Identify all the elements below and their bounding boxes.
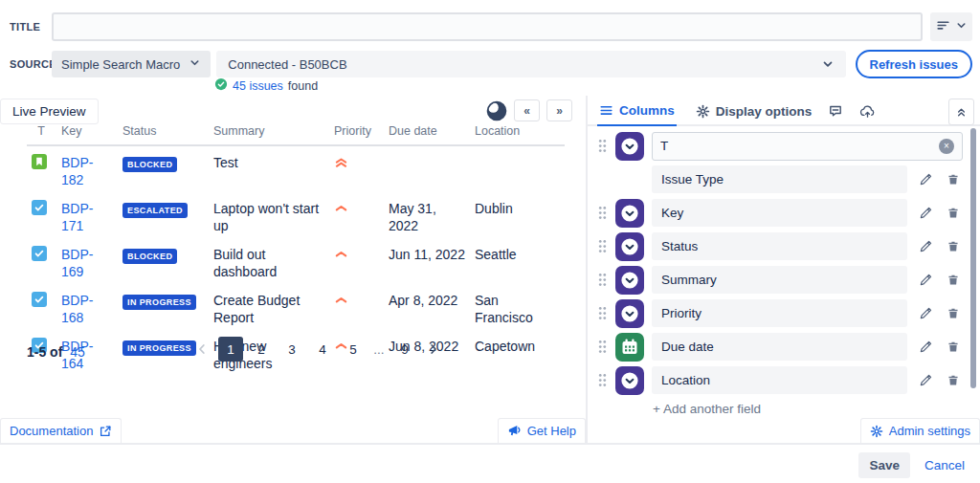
issue-key-link[interactable]: BDP-169 [61, 246, 122, 280]
preview-row: BDP-182BLOCKEDTest [27, 146, 565, 192]
due-date-cell: May 31, 2022 [389, 200, 475, 234]
save-button[interactable]: Save [858, 452, 910, 478]
tab-columns[interactable]: Columns [597, 96, 677, 126]
delete-trash-icon[interactable] [944, 306, 963, 320]
collapse-left-button[interactable]: « [514, 99, 540, 121]
drag-handle-icon[interactable] [597, 339, 609, 355]
status-cell: BLOCKED [122, 154, 213, 172]
issues-found-suffix: found [288, 79, 318, 93]
get-help-label: Get Help [527, 424, 576, 438]
task-icon [32, 246, 47, 261]
pager-page-button[interactable]: 5 [341, 337, 366, 362]
settings-tabs: Columns Display options [588, 96, 980, 126]
column-header: Status [122, 124, 213, 138]
total-count-link[interactable]: 45 [70, 344, 85, 360]
delete-trash-icon[interactable] [944, 206, 963, 220]
due-date-cell: Jun 11, 2022 [389, 246, 475, 263]
add-another-field-button[interactable]: + Add another field [653, 402, 761, 416]
edit-pencil-icon[interactable] [916, 239, 935, 253]
field-label-box: Priority [652, 299, 907, 327]
source-label: SOURCE [10, 58, 52, 70]
status-badge: BLOCKED [122, 157, 177, 172]
issues-count-link[interactable]: 45 issues [233, 79, 283, 93]
due-date-cell: Apr 8, 2022 [389, 292, 475, 309]
field-label-box: Summary [652, 266, 907, 294]
status-badge: IN PROGRESS [122, 295, 196, 310]
title-input[interactable] [52, 12, 923, 41]
delete-trash-icon[interactable] [944, 239, 963, 253]
delete-trash-icon[interactable] [944, 340, 963, 354]
clear-icon[interactable]: × [939, 139, 954, 154]
edit-pencil-icon[interactable] [916, 306, 935, 320]
refresh-issues-button[interactable]: Refresh issues [856, 50, 973, 78]
success-check-icon [214, 77, 228, 94]
drag-handle-icon[interactable] [597, 238, 609, 254]
cancel-button[interactable]: Cancel [924, 458, 965, 472]
edit-pencil-icon[interactable] [916, 273, 935, 287]
field-name-input[interactable] [653, 139, 939, 153]
pager-next-button[interactable] [423, 337, 444, 362]
status-badge: IN PROGRESS [122, 340, 196, 356]
issue-key-link[interactable]: BDP-182 [61, 154, 122, 188]
dropdown-field-icon [615, 266, 644, 295]
tab-live-preview[interactable]: Live Preview [0, 99, 99, 124]
status-cell: BLOCKED [122, 246, 213, 264]
get-help-link[interactable]: Get Help [498, 418, 586, 443]
cloud-upload-icon[interactable] [859, 104, 876, 119]
preview-tools: « » [486, 99, 572, 121]
location-cell: Capetown [475, 338, 565, 355]
drag-handle-icon[interactable] [597, 138, 609, 154]
range-text: 1-5 of [27, 344, 62, 360]
field-row: Due date [597, 333, 963, 361]
drag-handle-icon[interactable] [597, 205, 609, 221]
task-icon [32, 292, 47, 307]
expand-right-button[interactable]: » [546, 99, 572, 121]
pager-page-button[interactable]: 4 [310, 337, 335, 362]
edit-pencil-icon[interactable] [916, 373, 935, 387]
edit-pencil-icon[interactable] [916, 206, 935, 220]
live-preview-panel: Live Preview « » TKeyStatusSummaryPriori… [0, 96, 586, 443]
field-subrow: Issue Type [597, 165, 963, 193]
summary-cell: Laptop won't start up [213, 200, 334, 234]
admin-settings-link[interactable]: Admin settings [860, 418, 980, 443]
macro-select[interactable]: Simple Search Macro [52, 51, 211, 77]
delete-trash-icon[interactable] [944, 273, 963, 287]
column-fields-list: ×Issue TypeKeyStatusSummaryPriorityDue d… [597, 132, 963, 400]
field-row: Summary [597, 266, 963, 294]
drag-handle-icon[interactable] [597, 272, 609, 288]
issue-key-link[interactable]: BDP-171 [61, 200, 122, 234]
field-label-box: Key [652, 199, 907, 227]
pager-page-button[interactable]: 3 [279, 337, 304, 362]
field-row: Location [597, 366, 963, 394]
pagination-range: 1-5 of 45 [27, 344, 85, 360]
priority-high-icon [334, 247, 348, 261]
pager-page-button[interactable]: 9 [392, 337, 417, 362]
column-header: T [27, 124, 61, 138]
connection-select[interactable]: Connected - B50BCB [216, 51, 845, 77]
issue-key-link[interactable]: BDP-168 [61, 292, 122, 326]
priority-high-icon [334, 201, 348, 215]
settings-scrollbar[interactable] [970, 128, 976, 388]
contrast-icon[interactable] [486, 100, 507, 121]
pager-page-button[interactable]: 1 [218, 337, 243, 362]
footer-divider [0, 443, 980, 445]
text-align-bars-icon [936, 18, 950, 36]
edit-pencil-icon[interactable] [916, 172, 935, 187]
edit-pencil-icon[interactable] [916, 340, 935, 354]
summary-cell: Build out dashboard [213, 246, 334, 280]
collapse-panel-button[interactable] [948, 99, 974, 125]
drag-handle-icon[interactable] [597, 305, 609, 321]
location-cell: Dublin [475, 200, 565, 217]
pager-page-button[interactable]: 2 [249, 337, 274, 362]
comment-icon[interactable] [828, 103, 843, 119]
tab-display-options[interactable]: Display options [696, 96, 813, 126]
drag-handle-icon[interactable] [597, 372, 609, 388]
documentation-link[interactable]: Documentation [0, 418, 122, 443]
delete-trash-icon[interactable] [944, 373, 963, 387]
pager-prev-button[interactable] [191, 337, 212, 362]
chevron-down-icon [821, 57, 835, 71]
title-style-button[interactable] [930, 12, 972, 41]
delete-trash-icon[interactable] [944, 172, 963, 187]
column-header: Summary [213, 124, 334, 138]
summary-cell: Create Budget Report [213, 292, 334, 326]
